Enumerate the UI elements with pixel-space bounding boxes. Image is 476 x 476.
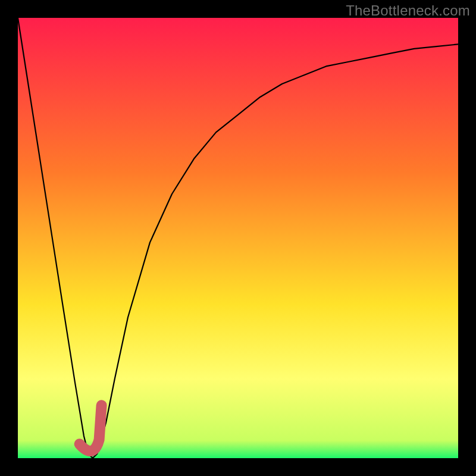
plot-area	[18, 18, 458, 458]
chart-frame: TheBottleneck.com	[0, 0, 476, 476]
chart-canvas	[18, 18, 458, 458]
watermark-text: TheBottleneck.com	[346, 2, 470, 19]
gradient-background	[18, 18, 458, 458]
